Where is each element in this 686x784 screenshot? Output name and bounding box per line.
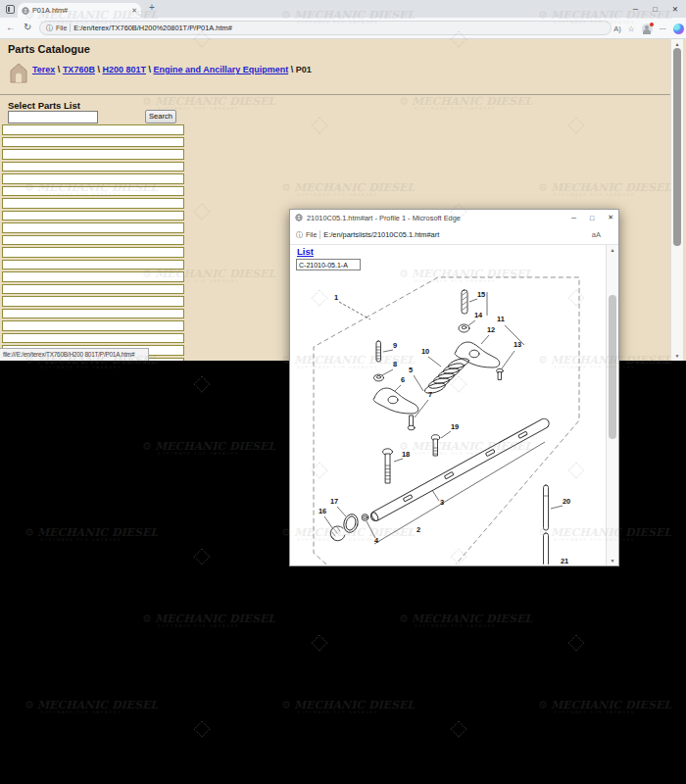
tab-workspaces-icon[interactable] [6, 5, 15, 14]
main-scrollbar[interactable]: ▲ ▼ [670, 39, 683, 361]
tab-close-icon[interactable]: ✕ [131, 7, 137, 15]
main-address-bar[interactable]: ⓘ File E:/en/terex/TX760B/H200%20801T/P/… [39, 21, 612, 35]
diamond-pattern [194, 376, 211, 393]
diamond-pattern [194, 549, 211, 565]
main-window-caption: ─ □ ✕ [633, 0, 682, 18]
breadcrumb-separator: \ [55, 65, 63, 74]
popup-address-bar[interactable]: ⓘ File E:/en/partslists/21010C05.1.htm#a… [290, 225, 618, 245]
popup-scroll-down-icon[interactable]: ▼ [607, 558, 618, 564]
popup-scrollbar[interactable]: ▲ ▼ [606, 245, 618, 565]
watermark: ⚙MECHANIC DIESELSOFTWARE FOR GARAGES [538, 700, 671, 714]
list-link[interactable]: List [297, 246, 314, 257]
popup-caption: ─ □ ✕ [571, 210, 613, 225]
main-toolbar: ← ↻ ⓘ File E:/en/terex/TX760B/H200%20801… [0, 18, 686, 39]
watermark: ⚙MECHANIC DIESELSOFTWARE FOR GARAGES [399, 613, 532, 628]
info-icon[interactable]: ⓘ [46, 24, 53, 33]
watermark: ⚙MECHANIC DIESELSOFTWARE FOR GARAGES [142, 441, 275, 456]
favorites-icon[interactable]: ☆ [628, 24, 635, 33]
popup-scroll-up-icon[interactable]: ▲ [607, 247, 618, 253]
watermark: ⚙MECHANIC DIESELSOFTWARE FOR GARAGES [24, 700, 158, 714]
popup-info-icon[interactable]: ⓘ [296, 230, 303, 240]
translate-icon[interactable]: aA [592, 230, 601, 239]
page-title: Parts Catalogue [8, 43, 90, 55]
parts-list: (21010C01.1) Engine Engine Installation … [2, 124, 186, 361]
parts-list-row: (21010C12.1) Engine Crankshaft Pulley RG… [2, 260, 184, 270]
watermark: ⚙MECHANIC DIESELSOFTWARE FOR GARAGES [24, 527, 158, 542]
parts-list-row: (21010C13.1) Engine Flywheel RG38100 [2, 271, 184, 282]
scheme-label: File [56, 24, 67, 31]
callout-number: 10 [421, 347, 429, 356]
figure-code-input[interactable] [296, 259, 361, 270]
parts-list-row: (21010C18.1) Engine Fuel System RG38100 [2, 333, 184, 344]
divider-line [0, 94, 670, 95]
callout-number: 17 [330, 497, 338, 506]
callout-number: 20 [563, 497, 570, 506]
callout-number: 1 [334, 293, 338, 302]
scroll-down-icon[interactable]: ▼ [671, 353, 683, 359]
edge-popup-window: 21010C05.1.htm#art - Profile 1 - Microso… [289, 209, 619, 566]
parts-list-row: (21010C02.1) Engine Cylinder Block RG381… [2, 137, 184, 148]
more-menu-icon[interactable]: ⋯ [660, 24, 667, 33]
search-input[interactable] [8, 111, 98, 123]
diamond-pattern [451, 721, 467, 738]
gear-icon: ⚙ [24, 527, 34, 538]
popup-maximize-button[interactable]: □ [590, 215, 594, 221]
notification-dot [650, 23, 654, 26]
scroll-up-icon[interactable]: ▲ [671, 41, 683, 47]
url-divider [70, 24, 71, 32]
breadcrumb-link[interactable]: Engine and Ancillary Equipment [153, 65, 288, 74]
home-icon[interactable] [9, 62, 28, 83]
status-bar: file:///E:/en/terex/TX760B/H200 801T/P/P… [0, 348, 149, 361]
callout-number: 4 [374, 536, 379, 545]
breadcrumb-link[interactable]: Terex [32, 65, 55, 74]
popup-title-bar: 21010C05.1.htm#art - Profile 1 - Microso… [290, 210, 618, 225]
parts-list-row: (21010C15.1) Engine Oil Pan RG38100 [2, 296, 184, 307]
maximize-button[interactable]: □ [653, 5, 658, 14]
callout-number: 19 [451, 422, 459, 431]
popup-minimize-button[interactable]: ─ [571, 215, 576, 221]
breadcrumb-separator: \ [288, 65, 296, 74]
minimize-button[interactable]: ─ [633, 5, 638, 14]
main-toolbar-right: A) ☆ ⋯ [613, 18, 684, 39]
search-button[interactable]: Search [145, 110, 176, 123]
callout-number: 6 [401, 375, 405, 384]
popup-scheme-label: File [306, 231, 317, 238]
callout-number: 5 [409, 366, 413, 374]
reload-icon[interactable]: ↻ [24, 22, 31, 32]
popup-scroll-thumb[interactable] [609, 295, 616, 439]
callout-number: 7 [428, 390, 432, 399]
parts-list-row: (21010C09.1) Engine Exhaust Pipe RG38100 [2, 222, 184, 233]
diagram-parts [330, 290, 551, 564]
read-aloud-icon[interactable]: A) [613, 24, 621, 33]
diamond-pattern [312, 635, 328, 652]
parts-list-row: (21010C17.1) Engine Oil Pump RG38100 [2, 320, 184, 331]
gear-icon: ⚙ [24, 700, 34, 710]
breadcrumb-link[interactable]: TX760B [63, 65, 95, 74]
callout-number: 21 [561, 557, 568, 564]
close-button[interactable]: ✕ [672, 5, 678, 14]
callout-number: 13 [514, 340, 521, 349]
gear-icon: ⚙ [538, 700, 548, 710]
parts-list-row: (21010C06.1) Engine Camshaft RG38100 [2, 186, 184, 197]
popup-title: 21010C05.1.htm#art - Profile 1 - Microso… [307, 214, 532, 222]
callout-number: 9 [393, 341, 397, 350]
profile-avatar[interactable] [642, 24, 653, 34]
parts-list-row: (21010C08.1) Engine Turbocharger Connect… [2, 211, 184, 221]
back-icon[interactable]: ← [6, 22, 16, 32]
main-scroll-thumb[interactable] [673, 48, 681, 246]
breadcrumb-link[interactable]: H200 801T [102, 65, 146, 74]
browser-tab[interactable]: P01A.htm# ✕ [18, 3, 141, 18]
callout-number: 8 [393, 360, 397, 368]
parts-list-row: (21010C05.1) Engine Rockers RG38100 [2, 173, 184, 184]
parts-list-row: (21010C04.1) Engine Cylinder Head RG3810… [2, 162, 184, 172]
screen: P01A.htm# ✕ + ─ □ ✕ ← ↻ ⓘ File E:/en/ter… [0, 0, 686, 784]
parts-list-row: (21010C14.1) Engine Flywheel Housing RG3… [2, 284, 184, 295]
copilot-icon[interactable] [673, 24, 684, 34]
gear-icon: ⚙ [281, 700, 291, 710]
popup-close-button[interactable]: ✕ [608, 214, 613, 221]
callout-number: 11 [497, 315, 505, 323]
parts-list-row: (21010C07.1) Engine Lubricating Oil Fill… [2, 198, 184, 209]
popup-url-divider [319, 230, 320, 239]
callout-number: 12 [487, 325, 495, 334]
new-tab-button[interactable]: + [149, 2, 155, 13]
